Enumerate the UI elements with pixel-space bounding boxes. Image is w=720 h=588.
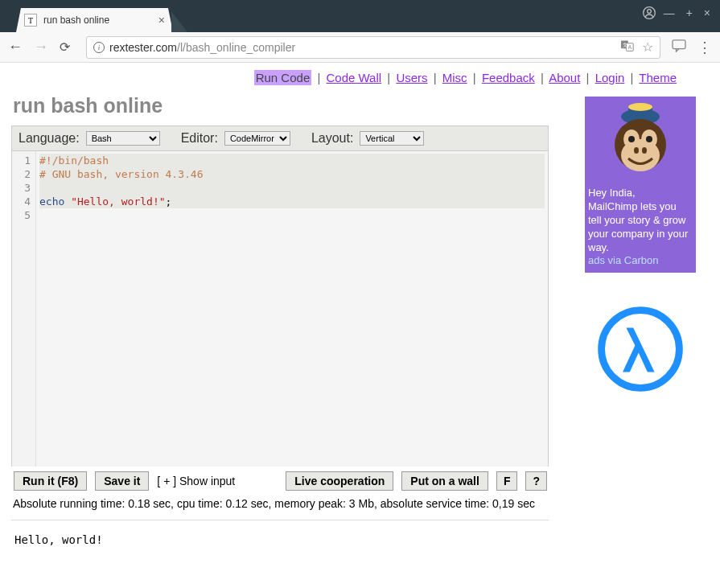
sidebar: Hey India, MailChimp lets you tell your … <box>585 97 696 397</box>
new-tab-hint[interactable] <box>171 11 187 32</box>
maximize-icon[interactable]: + <box>686 6 693 19</box>
nav-code-wall[interactable]: Code Wall <box>326 71 381 84</box>
svg-point-1 <box>648 10 652 14</box>
svg-point-14 <box>628 136 635 142</box>
put-wall-button[interactable]: Put on a wall <box>401 471 488 491</box>
profile-icon[interactable] <box>643 6 656 23</box>
close-window-icon[interactable]: × <box>704 6 710 19</box>
nav-users[interactable]: Users <box>396 71 427 84</box>
site-info-icon[interactable]: i <box>93 42 105 53</box>
bookmark-star-icon[interactable]: ☆ <box>642 39 653 55</box>
help-button[interactable]: ? <box>525 471 547 491</box>
code-editor[interactable]: 1 2 3 4 5 #!/bin/bash # GNU bash, versio… <box>11 151 549 467</box>
svg-text:A: A <box>628 44 632 50</box>
controls-bar: Language: Bash Editor: CodeMirror Layout… <box>11 125 549 151</box>
output-area: Hello, world! <box>11 520 709 559</box>
nav-misc[interactable]: Misc <box>442 71 467 84</box>
url-path: /l/bash_online_compiler <box>177 41 295 54</box>
fullscreen-button[interactable]: F <box>496 471 518 491</box>
tab-title: run bash online <box>43 14 158 26</box>
language-select[interactable]: Bash <box>86 131 160 146</box>
window-controls: — + × <box>664 6 710 19</box>
live-coop-button[interactable]: Live cooperation <box>286 471 393 491</box>
tab-strip: T run bash online × <box>0 6 720 32</box>
kebab-menu-icon[interactable]: ⋮ <box>697 39 712 56</box>
browser-toolbar: ← → ⟳ i rextester.com /l/bash_online_com… <box>0 32 720 63</box>
layout-select[interactable]: Vertical <box>360 131 424 146</box>
nav-theme[interactable]: Theme <box>639 71 677 84</box>
reload-button[interactable]: ⟳ <box>60 39 70 55</box>
editor-select[interactable]: CodeMirror <box>224 131 290 146</box>
url-host: rextester.com <box>109 41 177 54</box>
svg-point-15 <box>646 136 652 142</box>
run-button[interactable]: Run it (F8) <box>14 471 87 491</box>
nav-login[interactable]: Login <box>595 71 625 84</box>
lambda-logo[interactable] <box>585 305 696 397</box>
nav-feedback[interactable]: Feedback <box>482 71 535 84</box>
minimize-icon[interactable]: — <box>664 6 675 19</box>
translate-icon[interactable]: 文A <box>621 40 634 55</box>
action-bar: Run it (F8) Save it [ + ] Show input Liv… <box>11 467 549 495</box>
speech-bubble-icon[interactable] <box>672 39 686 56</box>
svg-point-16 <box>634 147 639 154</box>
run-stats: Absolute running time: 0.18 sec, cpu tim… <box>11 495 549 520</box>
layout-label: Layout: <box>311 131 353 146</box>
ad-headline: Hey India, <box>588 187 693 200</box>
ad-image <box>585 97 696 185</box>
save-button[interactable]: Save it <box>95 471 149 491</box>
top-nav: Run Code | Code Wall | Users | Misc | Fe… <box>11 63 709 91</box>
tab-close-icon[interactable]: × <box>158 14 165 27</box>
tab-favicon: T <box>24 14 37 27</box>
svg-rect-6 <box>673 39 685 48</box>
editor-label: Editor: <box>181 131 218 146</box>
nav-about[interactable]: About <box>549 71 580 84</box>
svg-point-17 <box>642 147 647 154</box>
code-area[interactable]: #!/bin/bash # GNU bash, version 4.3.46 e… <box>36 151 548 467</box>
browser-tab[interactable]: T run bash online × <box>16 8 173 32</box>
show-input-toggle[interactable]: [ + ] Show input <box>157 475 235 487</box>
back-button[interactable]: ← <box>8 39 23 56</box>
svg-text:文: 文 <box>623 41 627 47</box>
nav-run-code[interactable]: Run Code <box>254 70 312 85</box>
language-label: Language: <box>19 131 80 146</box>
svg-point-9 <box>628 103 652 111</box>
ad-via[interactable]: ads via Carbon <box>588 254 693 268</box>
page-content: Run Code | Code Wall | Users | Misc | Fe… <box>0 63 720 588</box>
forward-button[interactable]: → <box>34 39 48 56</box>
ad-box[interactable]: Hey India, MailChimp lets you tell your … <box>585 97 696 273</box>
address-bar[interactable]: i rextester.com /l/bash_online_compiler … <box>86 36 660 59</box>
ad-body: MailChimp lets you tell your story & gro… <box>588 200 693 255</box>
line-gutter: 1 2 3 4 5 <box>12 151 36 467</box>
